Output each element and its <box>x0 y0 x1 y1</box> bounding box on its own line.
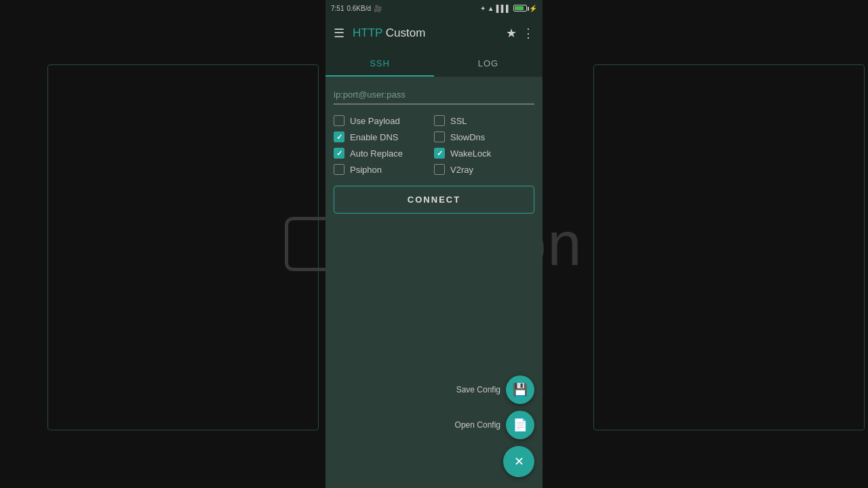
connect-button[interactable]: CONNECT <box>334 186 534 214</box>
tab-log[interactable]: LOG <box>434 50 542 77</box>
phone-frame: 7:51 0.6KB/d 🎥 ✦ ▲ ▌▌▌ ⚡ ☰ HTTP Custom ★… <box>326 0 542 488</box>
checkboxes-grid: Use Payload SSL Enable DNS SlowDns Auto … <box>334 115 534 175</box>
checkbox-slowdns-box <box>434 131 445 142</box>
battery-fill <box>515 6 524 10</box>
checkbox-wakelock[interactable]: WakeLock <box>434 148 534 159</box>
app-title: HTTP Custom <box>353 26 498 40</box>
server-input[interactable] <box>334 88 534 101</box>
signal-icon: ▌▌▌ <box>496 5 511 12</box>
open-config-button[interactable]: 📄 <box>506 411 534 439</box>
close-fab-item: ✕ <box>503 446 534 477</box>
checkbox-wakelock-box <box>434 148 445 159</box>
checkbox-enable-dns-box <box>334 131 344 142</box>
checkbox-auto-replace[interactable]: Auto Replace <box>334 148 434 159</box>
checkbox-psiphon-label: Psiphon <box>350 165 382 175</box>
battery-icon <box>513 5 527 12</box>
recording-icon: 🎥 <box>374 5 382 12</box>
open-config-label: Open Config <box>455 420 500 430</box>
checkbox-v2ray[interactable]: V2ray <box>434 164 534 175</box>
checkbox-enable-dns[interactable]: Enable DNS <box>334 131 434 142</box>
bg-rect-right <box>593 64 865 430</box>
checkbox-psiphon[interactable]: Psiphon <box>334 164 434 175</box>
save-config-button[interactable]: 💾 <box>506 375 534 404</box>
speed-display: 0.6KB/d <box>347 5 371 12</box>
checkbox-psiphon-box <box>334 164 344 175</box>
save-icon: 💾 <box>513 382 528 397</box>
status-left: 7:51 0.6KB/d 🎥 <box>331 5 382 12</box>
status-bar: 7:51 0.6KB/d 🎥 ✦ ▲ ▌▌▌ ⚡ <box>326 0 542 16</box>
server-input-container <box>334 88 534 104</box>
more-options-icon[interactable]: ⋮ <box>522 26 534 41</box>
content-area: Use Payload SSL Enable DNS SlowDns Auto … <box>326 77 542 488</box>
app-title-custom: Custom <box>382 26 425 39</box>
close-fab-button[interactable]: ✕ <box>503 446 534 477</box>
open-config-item: Open Config 📄 <box>455 411 534 439</box>
checkbox-v2ray-box <box>434 164 445 175</box>
time-display: 7:51 <box>331 5 344 12</box>
checkbox-slowdns[interactable]: SlowDns <box>434 131 534 142</box>
checkbox-enable-dns-label: Enable DNS <box>350 132 399 142</box>
save-config-label: Save Config <box>456 385 500 394</box>
app-bar: ☰ HTTP Custom ★ ⋮ <box>326 16 542 50</box>
fab-container: Save Config 💾 Open Config 📄 ✕ <box>455 375 534 477</box>
checkbox-ssl-label: SSL <box>450 116 467 126</box>
checkbox-ssl-box <box>434 115 445 126</box>
status-right: ✦ ▲ ▌▌▌ ⚡ <box>480 5 537 12</box>
checkbox-wakelock-label: WakeLock <box>450 148 491 159</box>
checkbox-use-payload-label: Use Payload <box>350 116 400 126</box>
charge-icon: ⚡ <box>529 5 537 12</box>
wifi-icon: ▲ <box>488 5 494 12</box>
checkbox-use-payload-box <box>334 115 344 126</box>
app-bar-actions: ★ ⋮ <box>506 26 534 41</box>
hamburger-menu-icon[interactable]: ☰ <box>334 26 344 41</box>
app-title-http: HTTP <box>353 26 382 39</box>
save-config-item: Save Config 💾 <box>456 375 534 404</box>
checkbox-auto-replace-box <box>334 148 344 159</box>
bluetooth-icon: ✦ <box>480 5 486 12</box>
checkbox-use-payload[interactable]: Use Payload <box>334 115 434 126</box>
checkbox-auto-replace-label: Auto Replace <box>350 148 403 159</box>
checkbox-slowdns-label: SlowDns <box>450 132 485 142</box>
star-icon[interactable]: ★ <box>506 26 517 41</box>
close-icon: ✕ <box>514 454 524 469</box>
checkbox-v2ray-label: V2ray <box>450 165 473 175</box>
tabs-container: SSH LOG <box>326 50 542 77</box>
checkbox-ssl[interactable]: SSL <box>434 115 534 126</box>
bg-rect-left <box>47 64 319 430</box>
tab-ssh[interactable]: SSH <box>326 50 434 77</box>
open-file-icon: 📄 <box>513 418 528 432</box>
